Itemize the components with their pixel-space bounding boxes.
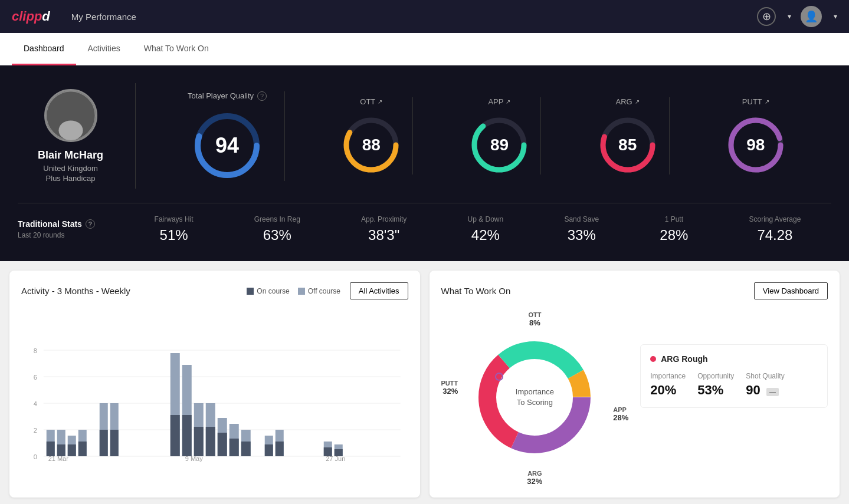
- shot-quality-badge: —: [766, 388, 779, 396]
- svg-rect-35: [78, 442, 87, 456]
- stat-scoring: Scoring Average 74.28: [749, 215, 801, 243]
- tab-what-to-work-on[interactable]: What To Work On: [132, 33, 221, 65]
- top-nav: clippd My Performance ⊕ ▾ 👤 ▾: [0, 0, 849, 33]
- arg-score: 85: [618, 136, 637, 154]
- svg-text:6: 6: [34, 374, 37, 381]
- ott-donut-label: OTT 8%: [528, 311, 541, 327]
- add-button[interactable]: ⊕: [757, 7, 776, 26]
- importance-value: 20%: [650, 383, 686, 398]
- trad-stats-help[interactable]: ?: [86, 219, 95, 229]
- tab-activities[interactable]: Activities: [76, 33, 132, 65]
- stat-fairways: Fairways Hit 51%: [155, 215, 194, 243]
- player-country: United Kingdom: [43, 164, 98, 173]
- work-on-title: What To Work On: [441, 286, 511, 296]
- stat-greens: Greens In Reg 63%: [254, 215, 300, 243]
- work-on-card: What To Work On View Dashboard: [430, 271, 840, 498]
- stat-oneputt-value: 28%: [660, 227, 688, 243]
- legend-oncourse-label: On course: [257, 287, 289, 295]
- legend-oncourse-dot: [247, 288, 254, 295]
- app-trend: ↗: [506, 98, 510, 105]
- app-score: 89: [490, 136, 509, 154]
- arg-trend: ↗: [635, 98, 640, 105]
- trad-stats-sub: Last 20 rounds: [18, 231, 124, 239]
- player-handicap: Plus Handicap: [46, 174, 96, 183]
- putt-ring: 98: [726, 116, 785, 174]
- svg-rect-57: [276, 442, 284, 456]
- stat-fairways-label: Fairways Hit: [155, 215, 194, 223]
- player-info: Blair McHarg United Kingdom Plus Handica…: [18, 83, 136, 189]
- activity-chart-area: 0 2 4 6 8: [21, 309, 408, 462]
- legend-oncourse: On course: [247, 287, 289, 295]
- stat-sandsave-value: 33%: [564, 227, 599, 243]
- traditional-stats: Traditional Stats ? Last 20 rounds Fairw…: [18, 203, 831, 243]
- all-activities-button[interactable]: All Activities: [350, 282, 408, 299]
- stat-updown-label: Up & Down: [468, 215, 504, 223]
- stat-scoring-value: 74.28: [749, 227, 801, 243]
- player-name: Blair McHarg: [38, 149, 103, 162]
- importance-label: Importance: [650, 372, 686, 380]
- activity-chart-svg: 0 2 4 6 8: [21, 309, 408, 462]
- svg-rect-39: [110, 430, 119, 456]
- detail-card: ARG Rough Importance 20% Opportunity 53%…: [640, 344, 828, 408]
- svg-rect-55: [265, 444, 273, 456]
- putt-trend: ↗: [765, 98, 769, 105]
- view-dashboard-button[interactable]: View Dashboard: [754, 282, 828, 299]
- legend-offcourse: Off course: [298, 287, 340, 295]
- stat-scoring-label: Scoring Average: [749, 215, 801, 223]
- user-avatar[interactable]: 👤: [801, 6, 822, 27]
- stat-greens-label: Greens In Reg: [254, 215, 300, 223]
- work-detail: ARG Rough Importance 20% Opportunity 53%…: [640, 309, 828, 486]
- detail-opportunity: Opportunity 53%: [697, 372, 734, 398]
- bottom-section: Activity - 3 Months - Weekly On course O…: [0, 261, 849, 504]
- stat-proximity: App. Proximity 38'3": [361, 215, 407, 243]
- activity-card: Activity - 3 Months - Weekly On course O…: [9, 271, 420, 498]
- avatar-dropdown[interactable]: ▾: [834, 12, 837, 21]
- svg-rect-51: [230, 439, 239, 456]
- svg-point-2: [58, 120, 83, 140]
- stat-sandsave-label: Sand Save: [564, 215, 599, 223]
- shot-quality-label: Shot Quality: [746, 372, 784, 380]
- logo: clippd: [12, 9, 50, 24]
- work-content: ImportanceTo Scoring OTT 8% APP 28% ARG …: [441, 309, 828, 486]
- activity-legend: On course Off course: [247, 287, 340, 295]
- donut-center-text: ImportanceTo Scoring: [516, 387, 554, 408]
- svg-rect-43: [182, 415, 192, 456]
- tab-bar: Dashboard Activities What To Work On: [0, 33, 849, 65]
- stat-updown: Up & Down 42%: [468, 215, 504, 243]
- activity-card-title: Activity - 3 Months - Weekly: [21, 286, 130, 296]
- plus-icon: ⊕: [762, 10, 771, 23]
- svg-rect-37: [100, 430, 108, 456]
- detail-importance: Importance 20%: [650, 372, 686, 398]
- svg-text:0: 0: [34, 453, 37, 460]
- app-ring: 89: [470, 116, 529, 174]
- svg-rect-31: [57, 444, 65, 456]
- quality-scores: Total Player Quality ? 94 OTT ↗: [136, 83, 831, 189]
- svg-rect-29: [47, 442, 55, 456]
- svg-text:9 May: 9 May: [185, 455, 203, 462]
- svg-point-1: [63, 101, 78, 116]
- ott-trend: ↗: [378, 98, 382, 105]
- stat-sandsave: Sand Save 33%: [564, 215, 599, 243]
- add-dropdown[interactable]: ▾: [788, 12, 791, 21]
- svg-rect-41: [171, 415, 180, 456]
- total-quality-help[interactable]: ?: [257, 91, 267, 101]
- trad-label-group: Traditional Stats ? Last 20 rounds: [18, 219, 124, 239]
- ott-ring: 88: [342, 116, 401, 174]
- detail-title-dot: [650, 356, 656, 362]
- svg-text:27 Jun: 27 Jun: [326, 455, 345, 462]
- legend-offcourse-label: Off course: [308, 287, 340, 295]
- app-label: APP ↗: [488, 97, 510, 106]
- app-donut-label: APP 28%: [613, 406, 628, 422]
- nav-right: ⊕ ▾ 👤 ▾: [757, 6, 837, 27]
- hero-section: Blair McHarg United Kingdom Plus Handica…: [0, 65, 849, 261]
- detail-shot-quality: Shot Quality 90 —: [746, 372, 784, 398]
- stat-oneputt-label: 1 Putt: [660, 215, 688, 223]
- player-avatar: [44, 89, 97, 142]
- donut-section: ImportanceTo Scoring OTT 8% APP 28% ARG …: [441, 309, 629, 486]
- stat-fairways-value: 51%: [155, 227, 194, 243]
- svg-text:21 Mar: 21 Mar: [48, 455, 69, 462]
- total-quality-score: 94: [215, 133, 239, 158]
- tab-dashboard[interactable]: Dashboard: [12, 33, 76, 65]
- ott-score: 88: [362, 136, 381, 154]
- arg-label: ARG ↗: [616, 97, 640, 106]
